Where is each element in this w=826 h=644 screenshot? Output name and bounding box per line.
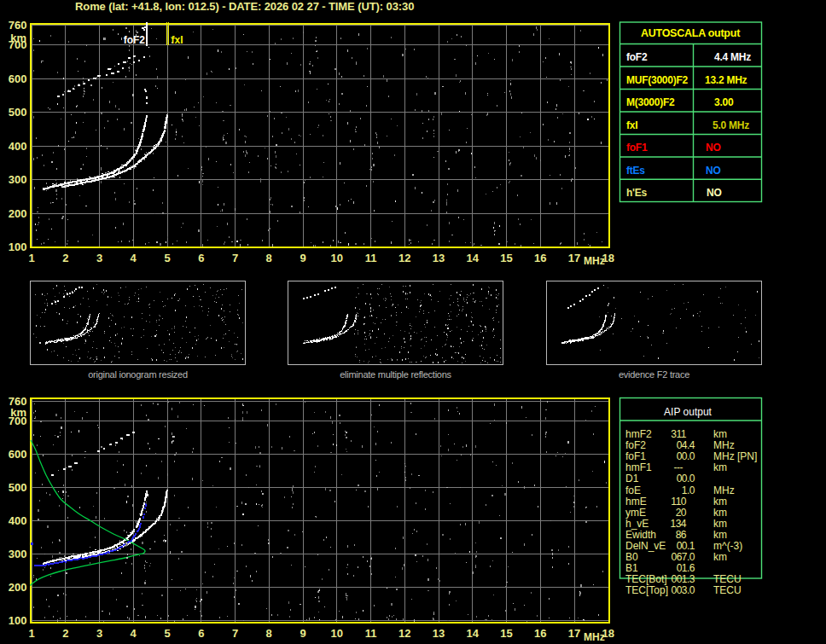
svg-text:9: 9 <box>300 627 305 640</box>
svg-text:hmE: hmE <box>625 496 647 508</box>
svg-text:5: 5 <box>164 252 170 264</box>
svg-text:11: 11 <box>365 252 377 264</box>
svg-text:12: 12 <box>398 627 410 640</box>
svg-text:15: 15 <box>500 252 512 264</box>
svg-text:311: 311 <box>671 428 686 440</box>
svg-text:km: km <box>713 518 727 530</box>
svg-text:3.00: 3.00 <box>714 96 734 108</box>
svg-text:MHz: MHz <box>713 439 735 451</box>
svg-text:16: 16 <box>534 627 546 640</box>
svg-text:foF1: foF1 <box>626 142 648 154</box>
svg-text:4.4 MHz: 4.4 MHz <box>714 51 751 63</box>
svg-text:00.0: 00.0 <box>677 473 695 484</box>
svg-text:AIP output: AIP output <box>664 406 712 418</box>
svg-text:00.0: 00.0 <box>677 450 695 462</box>
svg-text:MHz: MHz <box>713 450 735 462</box>
svg-text:AUTOSCALA output: AUTOSCALA output <box>641 27 741 39</box>
svg-text:DelN_vE: DelN_vE <box>625 540 666 552</box>
svg-text:eliminate multiple reflections: eliminate multiple reflections <box>340 369 451 380</box>
svg-text:foE: foE <box>625 484 641 496</box>
svg-text:NO: NO <box>707 187 722 199</box>
svg-text:86: 86 <box>676 529 687 541</box>
svg-text:2: 2 <box>62 627 68 640</box>
svg-text:04.4: 04.4 <box>677 439 695 451</box>
svg-text:km: km <box>713 428 727 440</box>
svg-text:NO: NO <box>706 142 721 154</box>
svg-text:km: km <box>713 496 727 508</box>
svg-text:9: 9 <box>300 252 305 264</box>
svg-text:foF2: foF2 <box>626 51 648 63</box>
svg-text:300: 300 <box>9 548 27 560</box>
svg-text:4: 4 <box>131 252 137 264</box>
svg-text:4: 4 <box>131 627 137 640</box>
svg-text:1: 1 <box>28 627 34 640</box>
svg-text:fxI: fxI <box>626 119 637 131</box>
svg-text:km: km <box>713 529 727 541</box>
svg-text:1: 1 <box>28 252 34 264</box>
svg-text:km: km <box>713 551 727 563</box>
svg-text:MHz: MHz <box>584 631 605 643</box>
svg-text:100: 100 <box>9 241 27 253</box>
svg-text:10: 10 <box>331 627 343 640</box>
svg-text:15: 15 <box>500 627 512 640</box>
svg-text:km: km <box>713 507 727 519</box>
svg-text:ftEs: ftEs <box>626 165 645 177</box>
svg-text:km: km <box>713 461 727 473</box>
svg-text:3: 3 <box>96 627 102 640</box>
svg-text:hmF2: hmF2 <box>625 428 652 440</box>
svg-text:6: 6 <box>198 627 204 640</box>
svg-text:7: 7 <box>232 627 238 640</box>
svg-text:---: --- <box>674 461 683 473</box>
svg-text:10: 10 <box>331 252 343 264</box>
svg-text:foF1: foF1 <box>625 450 646 462</box>
svg-text:TEC[Bot]: TEC[Bot] <box>625 573 667 585</box>
svg-text:5.0 MHz: 5.0 MHz <box>713 119 749 131</box>
svg-text:hmF1: hmF1 <box>625 461 652 473</box>
svg-text:200: 200 <box>9 207 27 220</box>
svg-text:7: 7 <box>232 252 238 264</box>
svg-text:067.0: 067.0 <box>671 551 695 563</box>
svg-text:2: 2 <box>62 252 68 264</box>
svg-text:13: 13 <box>433 252 445 264</box>
svg-text:00.1: 00.1 <box>677 540 695 552</box>
svg-text:[PN]: [PN] <box>737 450 757 462</box>
svg-text:12: 12 <box>398 252 410 264</box>
svg-text:M(3000)F2: M(3000)F2 <box>626 96 675 108</box>
svg-text:110: 110 <box>671 496 686 508</box>
svg-text:B1: B1 <box>625 562 638 574</box>
svg-text:fxI: fxI <box>172 34 183 46</box>
svg-text:13.2 MHz: 13.2 MHz <box>705 74 747 86</box>
svg-text:6: 6 <box>198 252 204 264</box>
svg-text:m^(-3): m^(-3) <box>713 540 742 552</box>
svg-text:km: km <box>10 406 26 419</box>
svg-text:evidence F2 trace: evidence F2 trace <box>619 369 689 380</box>
svg-text:600: 600 <box>9 73 27 85</box>
svg-text:foF2: foF2 <box>124 34 146 46</box>
svg-text:Rome (lat: +41.8, lon: 012.5): Rome (lat: +41.8, lon: 012.5) - DATE: 20… <box>75 0 414 13</box>
svg-text:200: 200 <box>9 581 27 594</box>
svg-text:16: 16 <box>534 252 546 264</box>
svg-text:20: 20 <box>676 507 687 519</box>
svg-text:MUF(3000)F2: MUF(3000)F2 <box>626 74 689 86</box>
svg-text:TEC[Top]: TEC[Top] <box>625 584 668 596</box>
svg-text:300: 300 <box>9 173 27 186</box>
svg-text:h'Es: h'Es <box>626 187 647 199</box>
svg-text:11: 11 <box>365 627 377 640</box>
svg-text:01.6: 01.6 <box>677 562 695 574</box>
svg-text:400: 400 <box>9 514 27 527</box>
svg-text:8: 8 <box>266 252 272 264</box>
svg-text:17: 17 <box>568 252 580 264</box>
svg-text:Ewidth: Ewidth <box>625 529 656 541</box>
svg-text:14: 14 <box>467 627 480 640</box>
svg-text:134: 134 <box>670 518 686 530</box>
svg-text:TECU: TECU <box>713 584 742 596</box>
svg-text:500: 500 <box>9 106 27 119</box>
svg-text:ymE: ymE <box>625 507 646 519</box>
svg-text:13: 13 <box>433 627 445 640</box>
svg-text:600: 600 <box>9 448 27 461</box>
svg-text:foF2: foF2 <box>625 439 646 451</box>
svg-text:TECU: TECU <box>713 573 742 585</box>
svg-text:D1: D1 <box>625 473 639 484</box>
svg-text:400: 400 <box>9 140 27 153</box>
svg-text:500: 500 <box>9 481 27 494</box>
